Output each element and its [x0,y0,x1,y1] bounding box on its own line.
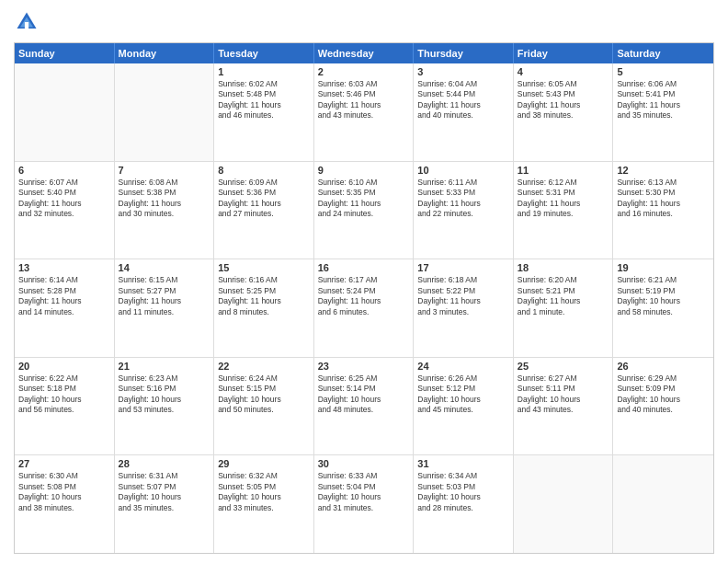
cell-info-line: Daylight: 11 hours [318,100,410,110]
cell-info-line: and 6 minutes. [318,307,410,317]
cell-info-line: and 40 minutes. [617,405,710,415]
cell-info-line: Daylight: 10 hours [417,395,509,405]
cell-info-line: Daylight: 11 hours [318,296,410,306]
cell-info-line: Sunrise: 6:07 AM [18,178,110,188]
cell-info-line: and 46 minutes. [218,110,310,121]
calendar-cell: 16Sunrise: 6:17 AMSunset: 5:24 PMDayligh… [314,259,415,357]
cell-info-line: and 30 minutes. [119,209,210,219]
day-number: 29 [218,458,310,469]
cell-info-line: Sunrise: 6:05 AM [518,79,609,89]
day-number: 27 [18,458,110,469]
cell-info-line: Daylight: 11 hours [218,199,310,209]
cell-info-line: Sunset: 5:40 PM [18,188,110,198]
cell-info-line: Sunrise: 6:32 AM [218,471,310,481]
day-number: 26 [617,361,710,372]
cell-info-line: and 53 minutes. [119,405,210,415]
day-number: 7 [119,165,210,176]
day-number: 11 [518,165,609,176]
cell-info-line: Daylight: 11 hours [617,100,710,110]
day-number: 9 [318,165,410,176]
day-number: 4 [518,66,609,77]
weekday-header: Tuesday [214,43,314,63]
cell-info-line: Sunrise: 6:06 AM [617,79,710,89]
day-number: 16 [318,262,410,273]
calendar-cell [15,63,115,161]
weekday-header: Thursday [414,43,514,63]
day-number: 23 [318,361,410,372]
cell-info-line: Daylight: 10 hours [617,395,710,405]
cell-info-line: Sunset: 5:08 PM [18,482,110,492]
cell-info-line: Daylight: 10 hours [617,296,710,306]
calendar-cell: 2Sunrise: 6:03 AMSunset: 5:46 PMDaylight… [314,63,415,161]
cell-info-line: Sunrise: 6:18 AM [417,275,509,285]
header [14,9,714,35]
calendar-cell: 29Sunrise: 6:32 AMSunset: 5:05 PMDayligh… [214,455,314,553]
cell-info-line: and 8 minutes. [218,307,310,317]
day-number: 20 [18,361,110,372]
cell-info-line: and 56 minutes. [18,405,110,415]
cell-info-line: Sunset: 5:36 PM [218,188,310,198]
day-number: 8 [218,165,310,176]
cell-info-line: Sunset: 5:05 PM [218,482,310,492]
calendar-cell [514,455,614,553]
cell-info-line: Sunset: 5:28 PM [18,286,110,296]
cell-info-line: and 58 minutes. [617,307,710,317]
cell-info-line: Sunrise: 6:34 AM [417,471,509,481]
weekday-header: Sunday [15,43,115,63]
calendar-cell: 24Sunrise: 6:26 AMSunset: 5:12 PMDayligh… [414,358,514,455]
cell-info-line: and 45 minutes. [417,405,509,415]
cell-info-line: Sunrise: 6:09 AM [218,178,310,188]
cell-info-line: Sunset: 5:35 PM [318,188,410,198]
calendar-cell: 22Sunrise: 6:24 AMSunset: 5:15 PMDayligh… [214,358,314,455]
cell-info-line: Sunset: 5:18 PM [18,384,110,394]
weekday-header: Saturday [613,43,713,63]
cell-info-line: Sunset: 5:11 PM [518,384,609,394]
day-number: 1 [218,66,310,77]
cell-info-line: Sunrise: 6:14 AM [18,275,110,285]
calendar-cell [115,63,215,161]
day-number: 21 [119,361,210,372]
cell-info-line: Sunset: 5:43 PM [518,89,609,99]
cell-info-line: Sunset: 5:04 PM [318,482,410,492]
cell-info-line: Sunset: 5:16 PM [119,384,210,394]
calendar-cell: 27Sunrise: 6:30 AMSunset: 5:08 PMDayligh… [15,455,115,553]
cell-info-line: and 43 minutes. [518,405,609,415]
calendar-cell: 15Sunrise: 6:16 AMSunset: 5:25 PMDayligh… [214,259,314,357]
cell-info-line: Sunset: 5:14 PM [318,384,410,394]
cell-info-line: and 31 minutes. [318,503,410,513]
cell-info-line: Sunset: 5:09 PM [617,384,710,394]
cell-info-line: Daylight: 10 hours [119,492,210,502]
calendar-cell: 12Sunrise: 6:13 AMSunset: 5:30 PMDayligh… [613,162,713,259]
calendar-cell: 31Sunrise: 6:34 AMSunset: 5:03 PMDayligh… [414,455,514,553]
cell-info-line: Sunrise: 6:12 AM [518,178,609,188]
cell-info-line: Sunset: 5:33 PM [417,188,509,198]
calendar-cell: 5Sunrise: 6:06 AMSunset: 5:41 PMDaylight… [613,63,713,161]
cell-info-line: and 35 minutes. [617,110,710,121]
cell-info-line: Daylight: 11 hours [417,100,509,110]
day-number: 28 [119,458,210,469]
cell-info-line: and 24 minutes. [318,209,410,219]
cell-info-line: and 35 minutes. [119,503,210,513]
cell-info-line: Daylight: 11 hours [318,199,410,209]
day-number: 6 [18,165,110,176]
cell-info-line: Sunset: 5:44 PM [417,89,509,99]
cell-info-line: Sunset: 5:30 PM [617,188,710,198]
day-number: 14 [119,262,210,273]
calendar-cell: 28Sunrise: 6:31 AMSunset: 5:07 PMDayligh… [115,455,215,553]
cell-info-line: Daylight: 10 hours [518,395,609,405]
cell-info-line: Daylight: 11 hours [518,199,609,209]
calendar-cell: 18Sunrise: 6:20 AMSunset: 5:21 PMDayligh… [514,259,614,357]
cell-info-line: Sunrise: 6:02 AM [218,79,310,89]
cell-info-line: and 27 minutes. [218,209,310,219]
cell-info-line: Sunrise: 6:29 AM [617,373,710,384]
weekday-header: Monday [115,43,215,63]
calendar-week: 20Sunrise: 6:22 AMSunset: 5:18 PMDayligh… [15,358,713,456]
calendar-body: 1Sunrise: 6:02 AMSunset: 5:48 PMDaylight… [15,63,713,553]
cell-info-line: Sunrise: 6:25 AM [318,373,410,384]
cell-info-line: Daylight: 11 hours [417,199,509,209]
calendar-cell: 14Sunrise: 6:15 AMSunset: 5:27 PMDayligh… [115,259,215,357]
calendar-cell: 9Sunrise: 6:10 AMSunset: 5:35 PMDaylight… [314,162,415,259]
day-number: 10 [417,165,509,176]
calendar-cell: 26Sunrise: 6:29 AMSunset: 5:09 PMDayligh… [613,358,713,455]
calendar-header: SundayMondayTuesdayWednesdayThursdayFrid… [15,43,713,63]
